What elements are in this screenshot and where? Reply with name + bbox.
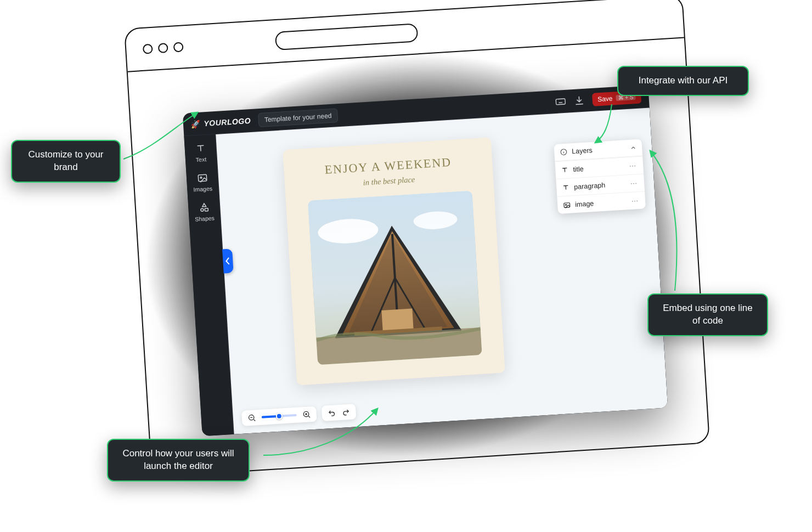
sidebar-item-text[interactable]: Text bbox=[195, 143, 207, 163]
callout-text: Embed using one line of code bbox=[663, 303, 753, 326]
zoom-group bbox=[241, 406, 317, 426]
text-icon bbox=[562, 183, 570, 191]
sidebar-item-label: Images bbox=[193, 185, 212, 193]
collapse-sidebar-button[interactable] bbox=[222, 248, 234, 273]
canvas-area[interactable]: ENJOY A WEEKEND in the best place bbox=[216, 108, 668, 434]
sidebar-item-label: Shapes bbox=[195, 214, 215, 222]
zoom-slider[interactable] bbox=[262, 414, 297, 418]
callout-text: Customize to your brand bbox=[29, 149, 104, 172]
logo-text-left: YOUR bbox=[204, 117, 227, 128]
callout-text: Integrate with our API bbox=[639, 75, 728, 86]
shapes-icon bbox=[198, 202, 210, 213]
sidebar-item-label: Text bbox=[195, 156, 206, 163]
artboard-image[interactable] bbox=[308, 191, 482, 365]
callout-integrate-api: Integrate with our API bbox=[617, 66, 749, 96]
traffic-light-dot bbox=[173, 42, 184, 52]
keyboard-icon[interactable] bbox=[555, 95, 566, 107]
chevron-left-icon bbox=[225, 257, 231, 266]
svg-point-13 bbox=[566, 204, 567, 205]
artboard-title[interactable]: ENJOY A WEEKEND bbox=[324, 155, 452, 177]
template-picker-button[interactable]: Template for your need bbox=[258, 108, 338, 127]
more-icon[interactable]: ⋯ bbox=[630, 179, 639, 188]
layer-row-label: image bbox=[575, 200, 594, 208]
cabin-illustration bbox=[308, 191, 482, 365]
zoom-in-button[interactable] bbox=[302, 410, 311, 419]
text-icon bbox=[561, 166, 569, 174]
layers-panel: Layers title ⋯ paragraph ⋯ bbox=[554, 139, 646, 214]
redo-button[interactable] bbox=[341, 408, 351, 417]
artboard[interactable]: ENJOY A WEEKEND in the best place bbox=[283, 137, 505, 385]
callout-customize-brand: Customize to your brand bbox=[11, 140, 121, 183]
layer-row-label: title bbox=[573, 165, 584, 173]
more-icon[interactable]: ⋯ bbox=[631, 196, 640, 205]
editor-window: 🚀 YOURLOGO Template for your need Save ⌘… bbox=[183, 85, 668, 437]
sidebar-item-images[interactable]: Images bbox=[193, 172, 213, 193]
svg-rect-4 bbox=[205, 208, 208, 211]
text-icon bbox=[195, 143, 206, 154]
rocket-icon: 🚀 bbox=[191, 119, 201, 128]
history-group bbox=[322, 404, 357, 421]
zoom-controls bbox=[241, 404, 356, 426]
traffic-light-dot bbox=[158, 43, 168, 53]
brand-logo: 🚀 YOURLOGO bbox=[191, 116, 251, 128]
svg-point-3 bbox=[200, 208, 203, 211]
more-icon[interactable]: ⋯ bbox=[629, 161, 638, 170]
info-icon bbox=[560, 148, 568, 156]
zoom-out-button[interactable] bbox=[247, 413, 256, 422]
callout-launch-editor: Control how your users will launch the e… bbox=[107, 439, 250, 482]
sidebar-item-shapes[interactable]: Shapes bbox=[194, 201, 215, 222]
callout-embed-code: Embed using one line of code bbox=[647, 293, 768, 336]
undo-button[interactable] bbox=[327, 408, 336, 417]
logo-text-right: LOGO bbox=[227, 116, 251, 126]
svg-rect-0 bbox=[556, 98, 565, 104]
traffic-lights bbox=[143, 42, 184, 54]
image-icon bbox=[563, 201, 571, 209]
artboard-subtitle[interactable]: in the best place bbox=[363, 175, 415, 188]
layer-row-label: paragraph bbox=[574, 181, 606, 190]
svg-point-2 bbox=[200, 177, 202, 178]
save-button-label: Save bbox=[597, 94, 613, 103]
download-icon[interactable] bbox=[573, 94, 585, 106]
chevron-up-icon bbox=[630, 144, 637, 151]
layers-panel-title: Layers bbox=[572, 146, 593, 155]
traffic-light-dot bbox=[143, 44, 153, 54]
callout-text: Control how your users will launch the e… bbox=[122, 448, 234, 471]
image-icon bbox=[196, 172, 208, 184]
